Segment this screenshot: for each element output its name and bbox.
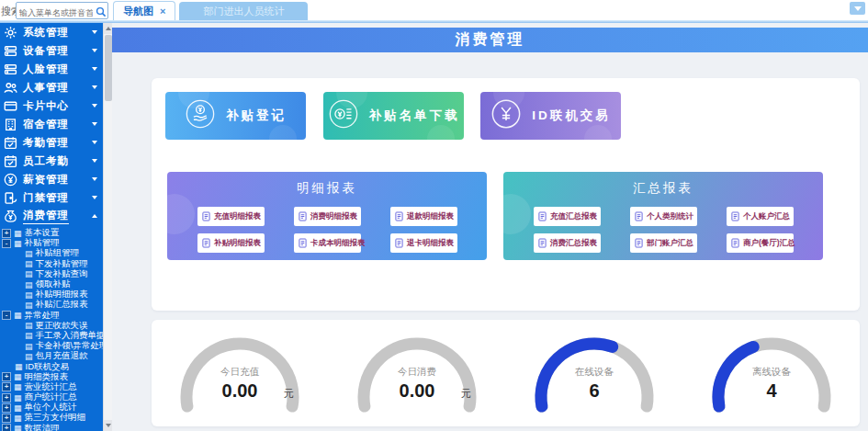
sidebar-item-salary[interactable]: 薪资管理 — [0, 170, 103, 188]
face-icon — [4, 62, 17, 76]
calendar-check-icon — [4, 154, 17, 168]
menu-label: 门禁管理 — [23, 191, 92, 205]
menu-label: 人脸管理 — [23, 62, 92, 76]
gauge-unit: 元 — [461, 388, 471, 399]
subsidy-detail-report-button[interactable]: 补贴明细报表 — [197, 233, 265, 253]
sidebar-item-dormitory[interactable]: 宿舍管理 — [0, 115, 103, 133]
report-label: 退卡明细报表 — [407, 238, 454, 249]
chevron-down-icon — [92, 159, 97, 163]
consumption-management-app: 搜索 导航图 × 部门进出人员统计 系统管理 设备管理 — [0, 0, 868, 431]
gauge-today-recharge: 今日充值 0.00 元 — [157, 325, 322, 425]
sidebar-item-system[interactable]: 系统管理 — [0, 23, 103, 41]
document-icon — [25, 301, 33, 310]
gauge-value: 4 — [766, 380, 777, 401]
grid-icon — [14, 393, 22, 403]
chevron-down-icon — [854, 6, 862, 11]
gauge-row: 今日充值 0.00 元 今日消费 0.00 元 — [152, 325, 860, 425]
tree-expand-toggle[interactable]: + — [2, 382, 11, 391]
summary-reports-panel: 汇总报表 充值汇总报表 个人类别统计 个人账户汇总 消费汇总报表 部门账户汇总 … — [503, 172, 823, 260]
sidebar-item-attendance[interactable]: 考勤管理 — [0, 133, 103, 152]
grid-icon — [14, 239, 22, 248]
scrollbar-thumb[interactable] — [105, 35, 112, 101]
refund-detail-report-button[interactable]: 退款明细报表 — [390, 207, 457, 226]
sidebar-item-face[interactable]: 人脸管理 — [0, 60, 103, 78]
menu-label: 系统管理 — [23, 26, 92, 40]
document-icon — [25, 321, 33, 330]
card-cost-detail-report-button[interactable]: 卡成本明细报表 — [294, 233, 361, 253]
search-icon[interactable] — [96, 5, 107, 21]
gauge-unit: 元 — [284, 388, 294, 399]
grid-icon — [14, 229, 22, 238]
report-label: 个人账户汇总 — [743, 211, 790, 222]
department-account-summary-button[interactable]: 部门账户汇总 — [630, 233, 697, 253]
recharge-detail-report-button[interactable]: 充值明细报表 — [197, 207, 265, 226]
tab-navigation-map[interactable]: 导航图 × — [113, 1, 175, 20]
gauge-value: 0.00 — [400, 380, 435, 401]
tree-expand-toggle[interactable]: + — [2, 372, 11, 381]
menu-label: 薪资管理 — [23, 173, 92, 187]
sidebar-item-card-center[interactable]: 卡片中心 — [0, 96, 103, 115]
menu-search-box — [16, 2, 108, 19]
gauge-online-devices: 在线设备 6 — [512, 325, 677, 425]
tree-expand-toggle[interactable]: + — [2, 229, 11, 238]
page-title: 消费管理 — [456, 30, 525, 50]
card-icon — [4, 99, 17, 113]
recharge-summary-report-button[interactable]: 充值汇总报表 — [534, 207, 601, 226]
tree-label: 数据清理 — [25, 423, 60, 431]
sidebar-item-consumption[interactable]: 消费管理 — [0, 207, 103, 225]
money-bag-icon — [4, 210, 17, 223]
building-icon — [4, 118, 17, 131]
action-label: 补贴名单下载 — [369, 108, 460, 124]
document-icon — [25, 259, 33, 268]
document-icon — [25, 352, 33, 361]
report-label: 充值明细报表 — [214, 211, 261, 222]
yuan-circle-icon — [4, 173, 17, 187]
tab-bar: 导航图 × 部门进出人员统计 — [113, 1, 308, 20]
chevron-down-icon — [92, 85, 97, 89]
search-input[interactable] — [17, 6, 93, 20]
personal-category-stats-button[interactable]: 个人类别统计 — [630, 207, 697, 226]
tree-expand-toggle[interactable]: - — [2, 239, 11, 248]
merchant-restaurant-summary-button[interactable]: 商户(餐厅)汇总 — [727, 233, 794, 253]
report-label: 充值汇总报表 — [550, 211, 597, 222]
tree-expand-toggle[interactable]: + — [2, 414, 11, 423]
sidebar-tree: +基本设置 -补贴管理 补贴组管理 下发补贴管理 下发补贴查询 领取补贴 补贴明… — [0, 225, 103, 431]
sidebar-item-device[interactable]: 设备管理 — [0, 41, 103, 60]
device-icon — [4, 44, 17, 58]
menu-label: 员工考勤 — [23, 154, 92, 168]
close-icon[interactable]: × — [160, 6, 165, 17]
sidebar-item-employee-attendance[interactable]: 员工考勤 — [0, 152, 103, 170]
document-icon — [25, 249, 33, 258]
id-online-transaction-button[interactable]: ID联机交易 — [480, 92, 621, 140]
sidebar-item-personnel[interactable]: 人事管理 — [0, 78, 103, 96]
personal-account-summary-button[interactable]: 个人账户汇总 — [727, 207, 794, 226]
menu-label: 考勤管理 — [23, 136, 92, 150]
tree-expand-toggle[interactable]: + — [2, 403, 11, 413]
consumption-summary-report-button[interactable]: 消费汇总报表 — [534, 233, 601, 253]
tab-list-dropdown-button[interactable] — [850, 2, 865, 15]
document-icon — [25, 290, 33, 300]
top-bar: 搜索 导航图 × 部门进出人员统计 — [0, 0, 868, 20]
report-label: 卡成本明细报表 — [310, 238, 366, 249]
tree-expand-toggle[interactable]: - — [2, 311, 11, 320]
detail-reports-panel: 明细报表 充值明细报表 消费明细报表 退款明细报表 补贴明细报表 卡成本明细报表… — [167, 172, 487, 260]
gauges-card: 今日充值 0.00 元 今日消费 0.00 元 — [152, 320, 860, 426]
hand-coin-icon — [185, 98, 216, 133]
tree-expand-toggle[interactable]: + — [2, 424, 11, 431]
menu-label: 卡片中心 — [23, 99, 92, 113]
gauge-label: 今日消费 — [398, 366, 436, 377]
panel-title: 明细报表 — [167, 172, 487, 197]
subsidy-list-download-button[interactable]: 补贴名单下载 — [323, 92, 464, 140]
sidebar-item-access-control[interactable]: 门禁管理 — [0, 188, 103, 207]
report-label: 消费明细报表 — [310, 211, 357, 222]
tree-item-data-cleanup[interactable]: +数据清理 — [0, 424, 103, 431]
report-label: 商户(餐厅)汇总 — [743, 238, 795, 249]
tree-expand-toggle[interactable]: + — [2, 393, 11, 403]
report-label: 补贴明细报表 — [214, 238, 261, 249]
card-return-detail-report-button[interactable]: 退卡明细报表 — [390, 233, 457, 253]
subsidy-register-button[interactable]: 补贴登记 — [165, 92, 306, 140]
report-button-grid: 充值汇总报表 个人类别统计 个人账户汇总 消费汇总报表 部门账户汇总 商户(餐厅… — [534, 207, 823, 253]
menu-label: 人事管理 — [23, 81, 92, 95]
tab-department-inout-stats[interactable]: 部门进出人员统计 — [179, 2, 308, 20]
consumption-detail-report-button[interactable]: 消费明细报表 — [294, 207, 361, 226]
